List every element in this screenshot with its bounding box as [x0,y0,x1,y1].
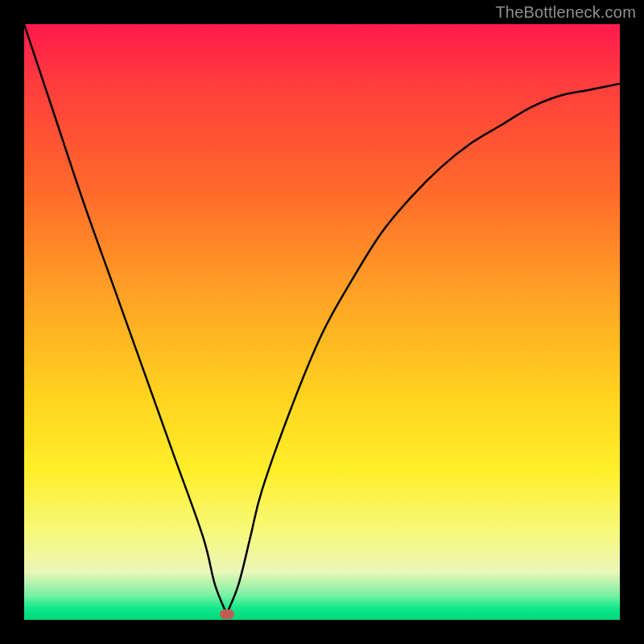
chart-frame: TheBottleneck.com [0,0,644,644]
chart-plot-area [24,24,620,620]
optimal-point-marker [220,609,234,619]
watermark-label: TheBottleneck.com [495,3,636,22]
bottleneck-curve [24,24,620,620]
